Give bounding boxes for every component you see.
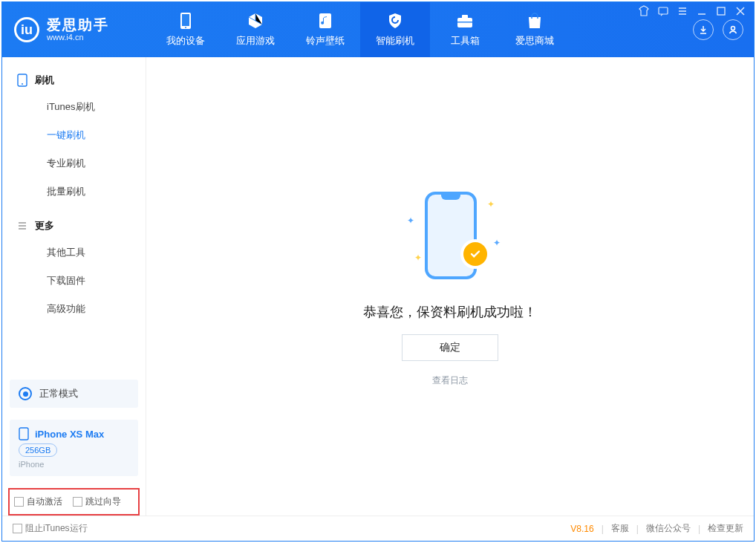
nav-my-device[interactable]: 我的设备 xyxy=(151,2,221,57)
nav-label: 工具箱 xyxy=(451,34,480,48)
nav-store[interactable]: 爱思商城 xyxy=(500,2,570,57)
nav-label: 爱思商城 xyxy=(515,34,554,48)
sidebar: 刷机 iTunes刷机 一键刷机 专业刷机 批量刷机 更多 其他工具 下载固件 … xyxy=(2,57,146,516)
svg-point-11 xyxy=(22,83,23,85)
device-type: iPhone xyxy=(19,460,129,469)
svg-rect-3 xyxy=(182,14,189,26)
phone-icon xyxy=(177,12,195,30)
main-nav: 我的设备 应用游戏 铃声壁纸 智能刷机 工具箱 爱思商城 xyxy=(151,2,570,57)
sidebar-item-oneclick-flash[interactable]: 一键刷机 xyxy=(2,121,146,149)
flash-options-box: 自动激活 跳过向导 xyxy=(8,488,140,516)
bag-icon xyxy=(526,12,544,30)
sidebar-item-download-fw[interactable]: 下载固件 xyxy=(2,267,146,295)
device-storage-badge: 256GB xyxy=(19,443,57,457)
toolbox-icon xyxy=(456,12,474,30)
phone-illustration-icon xyxy=(425,192,477,279)
window-controls xyxy=(638,5,746,17)
check-badge-icon xyxy=(463,242,487,266)
svg-rect-12 xyxy=(19,428,28,440)
option-auto-activate[interactable]: 自动激活 xyxy=(14,495,62,508)
logo-icon: iu xyxy=(14,17,39,42)
view-log-link[interactable]: 查看日志 xyxy=(432,374,468,387)
menu-icon[interactable] xyxy=(677,5,688,17)
nav-ringtones[interactable]: 铃声壁纸 xyxy=(290,2,360,57)
header-bar: iu 爱思助手 www.i4.cn 我的设备 应用游戏 铃声壁纸 智能刷机 xyxy=(2,2,754,57)
nav-flash[interactable]: 智能刷机 xyxy=(360,2,430,57)
checkbox-icon xyxy=(13,524,22,533)
sidebar-group-more: 更多 xyxy=(2,213,146,238)
music-icon xyxy=(316,12,334,30)
mode-indicator-icon xyxy=(19,387,32,400)
group-title: 刷机 xyxy=(35,74,54,87)
app-subtitle: www.i4.cn xyxy=(47,33,109,42)
nav-label: 智能刷机 xyxy=(376,34,414,48)
user-icon[interactable] xyxy=(723,19,743,40)
phone-small-icon xyxy=(19,427,29,440)
device-card[interactable]: iPhone XS Max 256GB iPhone xyxy=(10,420,138,476)
nav-apps-games[interactable]: 应用游戏 xyxy=(221,2,290,57)
svg-point-4 xyxy=(185,27,186,28)
shirt-icon[interactable] xyxy=(638,5,650,17)
nav-label: 应用游戏 xyxy=(236,34,275,48)
app-title: 爱思助手 xyxy=(47,18,109,33)
footer: 阻止iTunes运行 V8.16 | 客服 | 微信公众号 | 检查更新 xyxy=(2,516,754,541)
body: 刷机 iTunes刷机 一键刷机 专业刷机 批量刷机 更多 其他工具 下载固件 … xyxy=(2,57,754,516)
nav-label: 我的设备 xyxy=(166,34,205,48)
success-illustration: ✦ ✦ ✦ ✦ xyxy=(405,186,495,290)
sidebar-item-pro-flash[interactable]: 专业刷机 xyxy=(2,149,146,178)
close-icon[interactable] xyxy=(734,5,746,17)
footer-link-update[interactable]: 检查更新 xyxy=(708,522,743,535)
svg-rect-1 xyxy=(717,7,725,15)
mode-card[interactable]: 正常模式 xyxy=(10,380,138,408)
svg-rect-0 xyxy=(659,7,668,14)
list-icon xyxy=(17,221,27,231)
nav-toolbox[interactable]: 工具箱 xyxy=(430,2,500,57)
success-message: 恭喜您，保资料刷机成功啦！ xyxy=(363,303,537,321)
sidebar-item-other-tools[interactable]: 其他工具 xyxy=(2,238,146,267)
minimize-icon[interactable] xyxy=(696,5,708,17)
sidebar-item-itunes-flash[interactable]: iTunes刷机 xyxy=(2,93,146,121)
cube-icon xyxy=(247,12,264,30)
main-content: ✦ ✦ ✦ ✦ 恭喜您，保资料刷机成功啦！ 确定 查看日志 xyxy=(146,57,754,516)
group-title: 更多 xyxy=(35,219,54,233)
footer-link-wechat[interactable]: 微信公众号 xyxy=(646,522,691,535)
feedback-icon[interactable] xyxy=(657,5,669,17)
sidebar-item-batch-flash[interactable]: 批量刷机 xyxy=(2,178,146,206)
version-label: V8.16 xyxy=(570,524,593,534)
svg-point-9 xyxy=(731,27,735,30)
option-skip-guide[interactable]: 跳过向导 xyxy=(73,495,121,508)
sidebar-group-flash: 刷机 xyxy=(2,68,146,93)
maximize-icon[interactable] xyxy=(715,5,727,17)
nav-label: 铃声壁纸 xyxy=(306,34,345,48)
shield-icon xyxy=(386,12,404,30)
device-name: iPhone XS Max xyxy=(35,429,104,440)
checkbox-icon xyxy=(14,497,24,507)
svg-rect-7 xyxy=(462,15,468,19)
mode-label: 正常模式 xyxy=(39,387,78,400)
logo: iu 爱思助手 www.i4.cn xyxy=(2,2,151,57)
footer-link-support[interactable]: 客服 xyxy=(611,522,629,535)
svg-rect-5 xyxy=(319,13,331,28)
svg-rect-8 xyxy=(457,22,472,23)
app-window: iu 爱思助手 www.i4.cn 我的设备 应用游戏 铃声壁纸 智能刷机 xyxy=(1,1,755,542)
confirm-button[interactable]: 确定 xyxy=(402,334,498,361)
sidebar-item-advanced[interactable]: 高级功能 xyxy=(2,295,146,323)
device-icon xyxy=(17,74,27,87)
option-block-itunes[interactable]: 阻止iTunes运行 xyxy=(13,522,88,535)
download-icon[interactable] xyxy=(693,19,714,40)
checkbox-icon xyxy=(73,497,82,507)
